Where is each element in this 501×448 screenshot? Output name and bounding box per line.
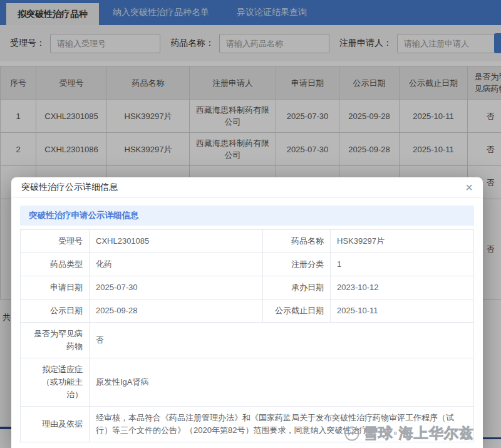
modal-title: 突破性治疗公示详细信息 — [21, 182, 118, 193]
detail-row: 公示日期2025-09-28公示截止日期2025-10-11 — [21, 300, 474, 323]
detail-value: 原发性IgA肾病 — [90, 358, 474, 407]
detail-row: 申请日期2025-07-30承办日期2023-10-12 — [21, 276, 474, 300]
detail-value1: 化药 — [90, 253, 263, 276]
detail-value: 经审核，本品符合《药品注册管理办法》和《国家药监局关于发布突破性治疗药物审评工作… — [90, 407, 474, 442]
modal-header: 突破性治疗公示详细信息 × — [11, 177, 483, 198]
detail-row: 理由及依据经审核，本品符合《药品注册管理办法》和《国家药监局关于发布突破性治疗药… — [21, 407, 474, 442]
close-icon[interactable]: × — [465, 181, 473, 194]
detail-row: 受理号CXHL2301085药品名称HSK39297片 — [21, 230, 474, 253]
detail-value1: 2025-09-28 — [90, 300, 263, 323]
detail-table: 受理号CXHL2301085药品名称HSK39297片药品类型化药注册分类1申请… — [20, 229, 474, 442]
detail-label2: 药品名称 — [263, 230, 331, 253]
detail-label2: 公示截止日期 — [263, 300, 331, 323]
modal-body: 突破性治疗申请公示详细信息 受理号CXHL2301085药品名称HSK39297… — [11, 198, 483, 448]
section-banner: 突破性治疗申请公示详细信息 — [20, 206, 474, 226]
detail-label1: 药品类型 — [21, 253, 90, 276]
detail-label1: 受理号 — [21, 230, 90, 253]
detail-label2: 承办日期 — [263, 276, 331, 300]
detail-label: 是否为罕见病药物 — [21, 323, 90, 358]
detail-modal: 突破性治疗公示详细信息 × 突破性治疗申请公示详细信息 受理号CXHL23010… — [11, 177, 483, 448]
detail-value2: 2023-10-12 — [331, 276, 474, 300]
detail-row: 药品类型化药注册分类1 — [21, 253, 474, 276]
detail-value2: HSK39297片 — [331, 230, 474, 253]
detail-label: 拟定适应症（或功能主治） — [21, 358, 90, 407]
detail-value: 否 — [90, 323, 474, 358]
detail-row: 是否为罕见病药物否 — [21, 323, 474, 358]
detail-row: 拟定适应症（或功能主治）原发性IgA肾病 — [21, 358, 474, 407]
detail-label1: 公示日期 — [21, 300, 90, 323]
detail-label1: 申请日期 — [21, 276, 90, 300]
detail-value1: 2025-07-30 — [90, 276, 263, 300]
detail-value2: 2025-10-11 — [331, 300, 474, 323]
detail-label: 理由及依据 — [21, 407, 90, 442]
modal-footer: 提交异议 取消 — [20, 442, 474, 448]
detail-value1: CXHL2301085 — [90, 230, 263, 253]
detail-label2: 注册分类 — [263, 253, 331, 276]
detail-value2: 1 — [331, 253, 474, 276]
